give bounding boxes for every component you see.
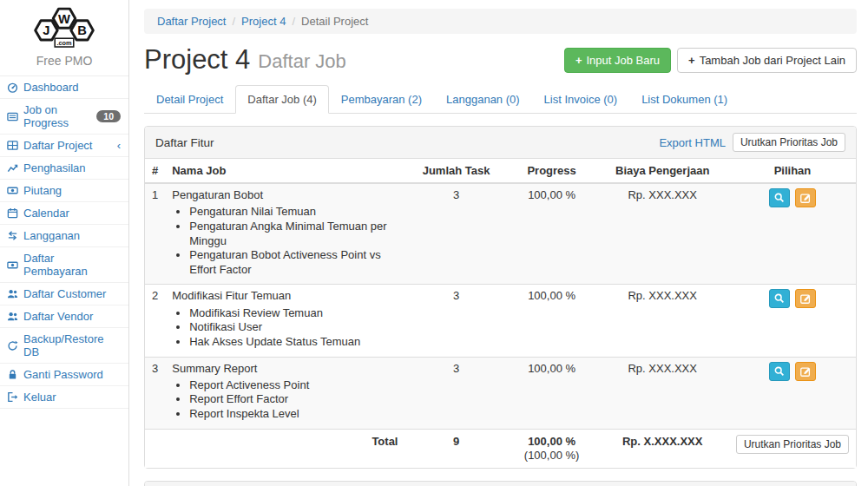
subtask: Report Activeness Point (189, 378, 398, 393)
sidebar-item-daftar-customer[interactable]: Daftar Customer (0, 283, 128, 305)
money-icon (7, 259, 18, 271)
sidebar-item-penghasilan[interactable]: Penghasilan (0, 157, 128, 180)
job-subtasks: Modifikasi Review Temuan Notifikasi User… (174, 306, 398, 350)
app-logo: J W B .com (0, 0, 128, 51)
logo-letter-j: J (43, 23, 49, 37)
total-label: Total (165, 429, 404, 468)
sidebar-item-keluar[interactable]: Keluar (0, 386, 128, 409)
sidebar-item-job-on-progress[interactable]: Job on Progress 10 (0, 99, 128, 135)
sidebar-item-label: Daftar Project (23, 139, 92, 152)
row-progress: 100,00 % (508, 183, 596, 285)
line-chart-icon (7, 162, 18, 174)
search-icon (773, 365, 786, 378)
tab-pembayaran[interactable]: Pembayaran (2) (329, 85, 434, 114)
exchange-icon (7, 230, 18, 241)
total-row: Total 9 100,00 % (100,00 %) Rp. X.XXX.XX… (145, 429, 856, 468)
sidebar-item-daftar-vendor[interactable]: Daftar Vendor (0, 305, 128, 328)
row-cost: Rp. XXX.XXX (596, 183, 729, 285)
tab-list-dokumen[interactable]: List Dokumen (1) (629, 85, 740, 114)
page-header: Project 4 Daftar Job + Input Job Baru + … (144, 45, 857, 75)
sign-out-icon (7, 391, 18, 403)
sidebar-item-calendar[interactable]: Calendar (0, 202, 128, 225)
total-tasks: 9 (404, 429, 507, 468)
row-actions (729, 357, 856, 429)
row-tasks: 3 (404, 285, 507, 357)
sidebar-item-label: Backup/Restore DB (23, 332, 121, 358)
input-job-baru-button[interactable]: + Input Job Baru (564, 48, 671, 73)
pencil-square-icon (799, 365, 812, 378)
page-subtitle: Daftar Job (258, 50, 346, 73)
sidebar-item-label: Langganan (23, 229, 80, 242)
row-cost: Rp. XXX.XXX (596, 285, 729, 357)
panel-heading: Fitur Tambahan Export HTML Urutkan Prior… (145, 482, 856, 486)
edit-job-button[interactable] (795, 362, 816, 381)
job-name: Modifikasi Fitur Temuan (172, 289, 291, 302)
plus-icon: + (575, 55, 582, 66)
panel-fitur-tambahan: Fitur Tambahan Export HTML Urutkan Prior… (144, 481, 857, 486)
subtask: Pengaturan Bobot Activeness Point vs Eff… (189, 248, 398, 277)
sidebar-item-daftar-project[interactable]: Daftar Project ‹ (0, 135, 128, 157)
sidebar-item-langganan[interactable]: Langganan (0, 225, 128, 247)
sidebar-item-label: Daftar Pembayaran (23, 252, 121, 278)
subtask: Hak Akses Update Status Temuan (189, 335, 398, 350)
edit-job-button[interactable] (795, 289, 816, 308)
subtask: Pengaturan Nilai Temuan (189, 205, 398, 220)
breadcrumb: Daftar Project / Project 4 / Detail Proj… (144, 9, 857, 34)
row-name-cell: Pengaturan Bobot Pengaturan Nilai Temuan… (165, 183, 404, 285)
panel-daftar-fitur: Daftar Fitur Export HTML Urutkan Priorit… (144, 126, 857, 469)
sidebar-item-piutang[interactable]: Piutang (0, 180, 128, 202)
col-nama-job: Nama Job (165, 159, 404, 183)
job-count-badge: 10 (96, 110, 121, 123)
daftar-fitur-table: # Nama Job Jumlah Task Progress Biaya Pe… (145, 159, 856, 468)
sidebar-item-label: Keluar (23, 391, 56, 404)
search-icon (773, 192, 786, 204)
edit-job-button[interactable] (795, 188, 816, 207)
table-row: 3 Summary Report Report Activeness Point… (145, 357, 856, 429)
row-no: 1 (145, 183, 165, 285)
sidebar: J W B .com Free PMO Dashboard Job on Pro… (0, 0, 129, 486)
sidebar-item-ganti-password[interactable]: Ganti Password (0, 364, 128, 386)
lock-icon (7, 369, 18, 380)
total-progress-value: 100,00 % (528, 435, 575, 448)
panel-title: Daftar Fitur (155, 136, 214, 149)
view-job-button[interactable] (769, 289, 790, 308)
sidebar-item-label: Piutang (23, 184, 62, 197)
table-icon (7, 140, 18, 151)
row-actions (729, 285, 856, 357)
tab-detail-project[interactable]: Detail Project (144, 85, 235, 114)
breadcrumb-separator: / (232, 15, 235, 28)
col-no: # (145, 159, 165, 183)
job-name: Summary Report (172, 362, 257, 375)
tambah-job-dari-project-lain-button[interactable]: + Tambah Job dari Project Lain (677, 48, 857, 73)
row-tasks: 3 (404, 183, 507, 285)
row-no: 3 (145, 357, 165, 429)
tab-list-invoice[interactable]: List Invoice (0) (532, 85, 630, 114)
sidebar-item-dashboard[interactable]: Dashboard (0, 76, 128, 99)
main-content: Daftar Project / Project 4 / Detail Proj… (130, 0, 868, 486)
sidebar-item-daftar-pembayaran[interactable]: Daftar Pembayaran (0, 247, 128, 283)
view-job-button[interactable] (769, 188, 790, 207)
sidebar-item-label: Job on Progress (23, 103, 91, 129)
button-label: Tambah Job dari Project Lain (700, 54, 845, 67)
view-job-button[interactable] (769, 362, 790, 381)
logo-dotcom: .com (56, 39, 72, 47)
total-progress: 100,00 % (100,00 %) (508, 429, 596, 468)
row-name-cell: Modifikasi Fitur Temuan Modifikasi Revie… (165, 285, 404, 357)
refresh-icon (7, 340, 18, 351)
sidebar-item-label: Daftar Customer (23, 287, 106, 300)
users-icon (7, 288, 18, 299)
tab-daftar-job[interactable]: Daftar Job (4) (235, 85, 328, 114)
table-row: 2 Modifikasi Fitur Temuan Modifikasi Rev… (145, 285, 856, 357)
sidebar-item-backup-restore[interactable]: Backup/Restore DB (0, 328, 128, 364)
export-html-link[interactable]: Export HTML (659, 136, 726, 149)
urutkan-prioritas-job-button[interactable]: Urutkan Prioritas Job (733, 133, 845, 152)
sidebar-item-label: Daftar Vendor (23, 310, 93, 323)
breadcrumb-project-4[interactable]: Project 4 (241, 15, 286, 28)
logo-letter-w: W (58, 12, 70, 26)
row-tasks: 3 (404, 357, 507, 429)
money-icon (7, 185, 18, 196)
urutkan-prioritas-job-button[interactable]: Urutkan Prioritas Job (736, 435, 849, 454)
breadcrumb-daftar-project[interactable]: Daftar Project (157, 15, 226, 28)
tab-langganan[interactable]: Langganan (0) (434, 85, 532, 114)
sidebar-item-label: Calendar (23, 207, 69, 220)
